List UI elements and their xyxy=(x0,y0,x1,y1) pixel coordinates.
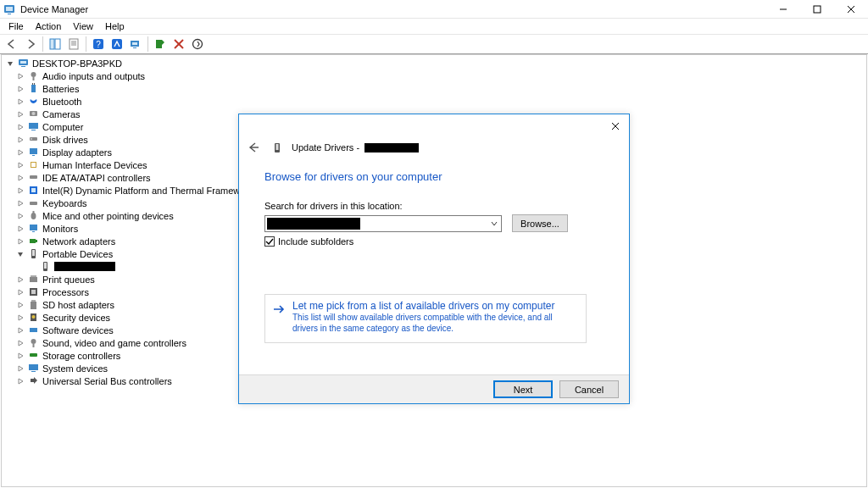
window-title: Device Manager xyxy=(20,4,88,14)
app-icon xyxy=(3,3,15,15)
expand-icon[interactable] xyxy=(15,287,25,297)
close-button[interactable] xyxy=(834,0,868,19)
svg-rect-52 xyxy=(32,250,35,256)
svg-rect-30 xyxy=(34,83,35,85)
chevron-down-icon[interactable] xyxy=(487,216,501,231)
device-category-icon xyxy=(27,172,39,184)
expand-icon[interactable] xyxy=(15,97,25,107)
help-icon[interactable]: ? xyxy=(90,36,107,53)
tree-item[interactable]: Batteries xyxy=(3,82,866,95)
let-me-pick-option[interactable]: Let me pick from a list of available dri… xyxy=(264,294,587,343)
maximize-button[interactable] xyxy=(800,0,834,19)
expand-icon[interactable] xyxy=(15,274,25,285)
portable-device-icon xyxy=(39,261,51,273)
tree-item-label: Universal Serial Bus controllers xyxy=(42,376,172,386)
expand-icon[interactable] xyxy=(15,84,25,94)
expand-icon[interactable] xyxy=(15,363,25,374)
expand-icon[interactable] xyxy=(15,313,25,323)
svg-rect-25 xyxy=(21,66,25,67)
cancel-button[interactable]: Cancel xyxy=(559,380,619,398)
device-category-icon xyxy=(27,248,39,260)
back-arrow-icon[interactable] xyxy=(246,140,261,155)
collapse-icon[interactable] xyxy=(5,58,15,69)
expand-icon[interactable] xyxy=(15,211,25,221)
toolbar-separator xyxy=(42,36,43,52)
svg-rect-29 xyxy=(32,83,33,85)
forward-icon[interactable] xyxy=(22,36,39,53)
window-controls xyxy=(766,0,868,19)
expand-icon[interactable] xyxy=(15,109,25,119)
browse-button[interactable]: Browse... xyxy=(512,214,568,232)
svg-point-45 xyxy=(31,213,36,219)
tree-item-label: Intel(R) Dynamic Platform and Thermal Fr… xyxy=(42,186,253,196)
expand-icon[interactable] xyxy=(15,71,25,81)
action-icon[interactable] xyxy=(108,36,125,53)
expand-icon[interactable] xyxy=(15,122,25,132)
expand-icon[interactable] xyxy=(15,351,25,361)
expand-icon[interactable] xyxy=(15,160,25,170)
svg-rect-44 xyxy=(30,202,37,205)
expand-icon[interactable] xyxy=(15,186,25,196)
menu-view[interactable]: View xyxy=(68,20,98,32)
device-category-icon xyxy=(27,121,39,133)
search-location-combo[interactable] xyxy=(264,215,502,232)
expand-icon[interactable] xyxy=(15,325,25,336)
menu-file[interactable]: File xyxy=(3,20,29,32)
tree-item-label: SD host adapters xyxy=(42,300,114,310)
tree-item-label: Disk drives xyxy=(42,135,88,145)
svg-rect-7 xyxy=(50,39,54,49)
let-me-pick-text: Let me pick from a list of available dri… xyxy=(292,300,579,337)
tree-item-label: Portable Devices xyxy=(42,249,113,259)
device-category-icon xyxy=(27,350,39,362)
svg-rect-50 xyxy=(36,240,37,242)
expand-icon[interactable] xyxy=(15,173,25,183)
update-driver-icon[interactable] xyxy=(152,36,169,53)
next-button[interactable]: Next xyxy=(493,380,553,398)
expand-icon[interactable] xyxy=(15,338,25,348)
properties-icon[interactable] xyxy=(65,36,82,53)
tree-item-label: Sound, video and game controllers xyxy=(42,338,186,348)
expand-icon[interactable] xyxy=(15,224,25,234)
svg-rect-67 xyxy=(29,364,38,370)
disable-icon[interactable] xyxy=(189,36,206,53)
device-category-icon xyxy=(27,70,39,82)
tree-item[interactable]: Audio inputs and outputs xyxy=(3,69,866,82)
include-subfolders-checkbox[interactable] xyxy=(264,236,275,247)
dialog-close-button[interactable] xyxy=(605,118,626,135)
back-icon[interactable] xyxy=(3,36,20,53)
tree-root[interactable]: DESKTOP-BPA3PKD xyxy=(3,57,866,69)
tree-item-label: Security devices xyxy=(42,313,110,323)
svg-point-32 xyxy=(31,112,35,115)
expand-icon[interactable] xyxy=(15,147,25,158)
menu-action[interactable]: Action xyxy=(31,20,67,32)
expand-icon[interactable] xyxy=(15,376,25,386)
expand-icon[interactable] xyxy=(15,135,25,145)
menu-bar: File Action View Help xyxy=(0,19,868,34)
expand-icon[interactable] xyxy=(15,198,25,208)
tree-item-label: Mice and other pointing devices xyxy=(42,211,174,221)
device-category-icon xyxy=(27,274,39,286)
device-category-icon xyxy=(27,236,39,247)
device-category-icon xyxy=(27,363,39,374)
tree-item-label: Monitors xyxy=(42,224,78,234)
device-category-icon xyxy=(27,210,39,222)
device-category-icon xyxy=(27,197,39,209)
expand-icon[interactable] xyxy=(15,236,25,247)
svg-rect-65 xyxy=(32,344,34,347)
menu-help[interactable]: Help xyxy=(100,20,130,32)
collapse-icon[interactable] xyxy=(15,249,25,259)
include-subfolders-row[interactable]: Include subfolders xyxy=(264,236,353,247)
tree-item[interactable]: Bluetooth xyxy=(3,95,866,108)
tree-item-label: Software devices xyxy=(42,325,114,336)
search-location-row: Browse... xyxy=(264,214,568,232)
scan-hardware-icon[interactable] xyxy=(127,36,144,53)
tree-item-label: Print queues xyxy=(42,274,95,285)
tree-item-label: Computer xyxy=(42,122,83,132)
svg-point-26 xyxy=(31,72,36,77)
expand-icon[interactable] xyxy=(15,300,25,310)
minimize-button[interactable] xyxy=(766,0,800,19)
tree-item-label: Cameras xyxy=(42,109,81,119)
show-hide-tree-icon[interactable] xyxy=(47,36,64,53)
device-category-icon xyxy=(27,108,39,120)
uninstall-icon[interactable] xyxy=(170,36,187,53)
